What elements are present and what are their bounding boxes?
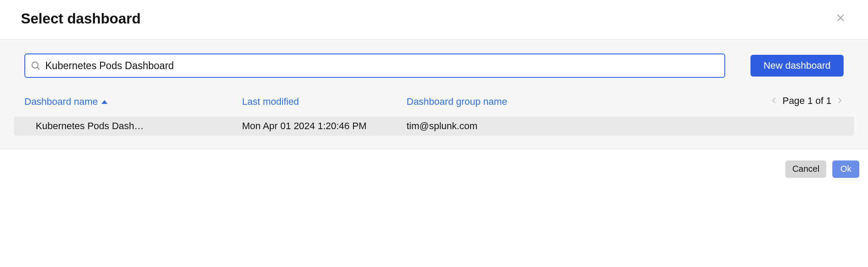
column-header-group[interactable]: Dashboard group name (407, 95, 528, 109)
svg-point-2 (32, 62, 38, 68)
toolbar: New dashboard (14, 53, 854, 78)
dialog-title: Select dashboard (21, 10, 141, 27)
column-header-modified[interactable]: Last modified (242, 95, 407, 109)
search-icon (30, 60, 41, 71)
search-input[interactable] (45, 60, 719, 72)
dialog-footer: Cancel Ok (0, 149, 868, 187)
table-header-row: Dashboard name Last modified Dashboard g… (14, 95, 854, 109)
column-header-group-label: Dashboard group name (407, 96, 507, 107)
pager: Page 1 of 1 (528, 95, 844, 107)
ok-button[interactable]: Ok (832, 160, 859, 178)
dialog-header: Select dashboard (0, 0, 868, 40)
column-header-name[interactable]: Dashboard name (24, 95, 242, 109)
dialog-body: New dashboard Dashboard name Last modifi… (0, 40, 868, 149)
row-name-cell: Kubernetes Pods Dash… (24, 120, 242, 132)
table-row[interactable]: Kubernetes Pods Dash… Mon Apr 01 2024 1:… (14, 117, 854, 136)
sort-ascending-icon (101, 100, 108, 104)
svg-line-3 (37, 67, 40, 70)
cancel-button[interactable]: Cancel (785, 160, 826, 178)
row-modified-cell: Mon Apr 01 2024 1:20:46 PM (242, 120, 407, 132)
column-header-modified-label: Last modified (242, 96, 299, 107)
page-next-icon[interactable] (836, 97, 844, 106)
search-field-wrap[interactable] (24, 53, 725, 78)
page-indicator: Page 1 of 1 (782, 95, 831, 107)
select-dashboard-dialog: Select dashboard New dashboard (0, 0, 868, 187)
column-header-name-label: Dashboard name (24, 95, 98, 109)
row-group-cell: tim@splunk.com (407, 120, 528, 132)
page-prev-icon[interactable] (770, 97, 778, 106)
close-icon[interactable] (834, 11, 847, 27)
new-dashboard-button[interactable]: New dashboard (750, 55, 844, 77)
